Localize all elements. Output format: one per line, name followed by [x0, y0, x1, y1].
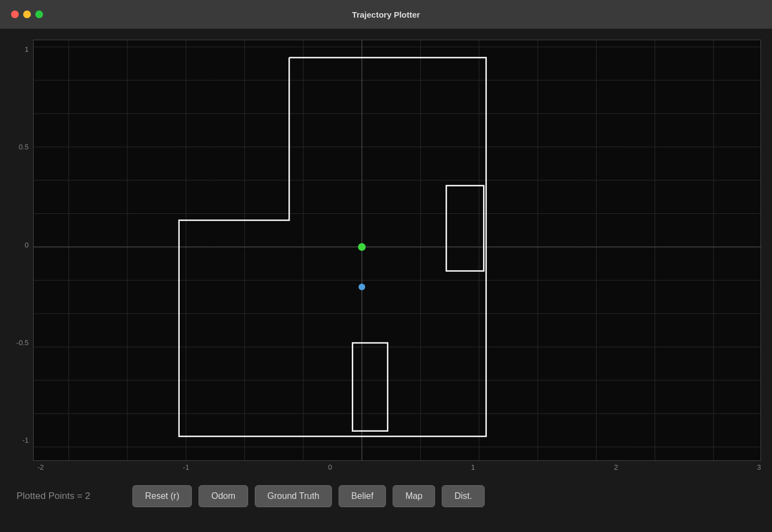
- belief-button[interactable]: Belief: [339, 485, 386, 507]
- dist-button[interactable]: Dist.: [442, 485, 485, 507]
- y-label-0: 0: [11, 241, 29, 249]
- chart-area: 1 0.5 0 -0.5 -1 -2 -1 0 1 2: [11, 40, 761, 471]
- close-button[interactable]: [11, 10, 19, 18]
- x-label-1: 1: [471, 463, 475, 471]
- x-label-neg1: -1: [183, 463, 190, 471]
- minimize-button[interactable]: [23, 10, 31, 18]
- plot-canvas: [34, 40, 760, 460]
- bottom-bar: Plotted Points = 2 Reset (r) Odom Ground…: [11, 471, 761, 521]
- maximize-button[interactable]: [35, 10, 43, 18]
- odom-button[interactable]: Odom: [199, 485, 248, 507]
- x-label-3: 3: [757, 463, 761, 471]
- chart-container: [33, 40, 761, 461]
- y-label-0.5: 0.5: [11, 143, 29, 151]
- control-buttons: Reset (r) Odom Ground Truth Belief Map D…: [132, 485, 485, 507]
- plotted-points-label: Plotted Points = 2: [17, 491, 121, 502]
- title-bar: Trajectory Plotter: [0, 0, 772, 29]
- traffic-lights: [11, 10, 43, 18]
- y-axis: 1 0.5 0 -0.5 -1: [11, 40, 33, 461]
- x-label-neg2: -2: [37, 463, 44, 471]
- x-label-0: 0: [328, 463, 332, 471]
- y-label-neg1: -1: [11, 436, 29, 444]
- reset-button[interactable]: Reset (r): [132, 485, 192, 507]
- y-label-neg0.5: -0.5: [11, 338, 29, 347]
- window-title: Trajectory Plotter: [352, 10, 420, 19]
- x-label-2: 2: [614, 463, 618, 471]
- x-axis: -2 -1 0 1 2 3: [11, 461, 761, 471]
- main-content: 1 0.5 0 -0.5 -1 -2 -1 0 1 2: [0, 29, 772, 532]
- y-label-1: 1: [11, 45, 29, 53]
- map-button[interactable]: Map: [393, 485, 435, 507]
- ground-truth-button[interactable]: Ground Truth: [255, 485, 332, 507]
